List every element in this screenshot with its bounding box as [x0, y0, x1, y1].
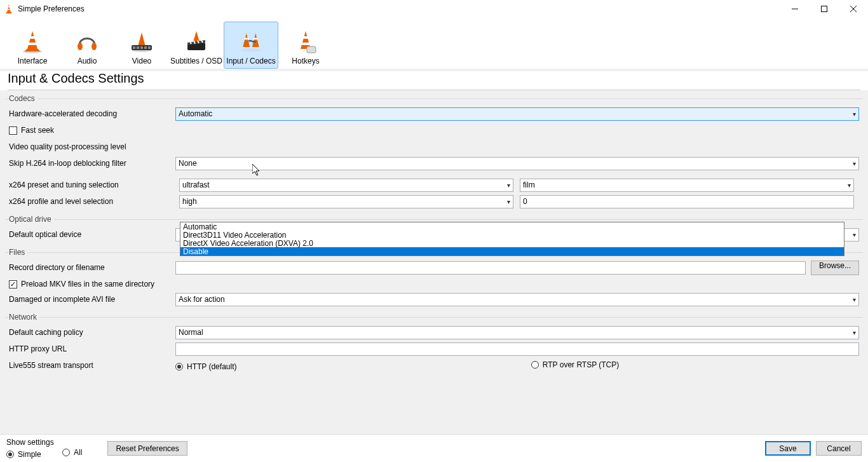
radio-dot-icon: [62, 449, 70, 456]
video-film-icon: [129, 29, 154, 54]
minimize-button[interactable]: [780, 0, 810, 18]
tab-interface[interactable]: Interface: [5, 22, 60, 69]
vlc-cone-icon: [4, 4, 14, 14]
dropdown-hw-decoding[interactable]: Automatic Direct3D11 Video Acceleration …: [180, 222, 844, 256]
option-dxva2[interactable]: DirectX Video Acceleration (DXVA) 2.0: [180, 239, 844, 247]
tab-bar: Interface Audio Video: [0, 18, 868, 69]
select-caching[interactable]: Normal: [175, 326, 859, 339]
radio-live555-rtp[interactable]: RTP over RTSP (TCP): [531, 360, 619, 369]
browse-button[interactable]: Browse...: [811, 261, 859, 275]
svg-point-14: [92, 43, 97, 50]
svg-marker-3: [6, 12, 12, 13]
save-button[interactable]: Save: [765, 441, 811, 456]
hotkeys-cone-key-icon: [293, 29, 318, 54]
svg-point-30: [241, 48, 262, 51]
label-hw-decoding: Hardware-accelerated decoding: [9, 109, 173, 118]
label-caching: Default caching policy: [9, 328, 173, 337]
svg-marker-9: [27, 31, 37, 49]
radio-dot-icon: [6, 451, 14, 458]
select-hw-decoding[interactable]: Automatic: [175, 107, 859, 121]
checkbox-box-icon: [9, 126, 17, 135]
select-x264-tuning[interactable]: film: [520, 179, 854, 192]
label-live555: Live555 stream transport: [9, 361, 173, 370]
svg-rect-1: [8, 6, 10, 8]
svg-rect-22: [148, 46, 151, 49]
svg-rect-2: [8, 9, 11, 10]
group-network-legend: Network: [9, 313, 39, 322]
radio-dot-icon: [175, 363, 183, 370]
tab-subtitles[interactable]: Subtitles / OSD: [169, 22, 224, 69]
window-title: Simple Preferences: [18, 4, 85, 13]
svg-marker-33: [252, 33, 259, 47]
label-default-optical: Default optical device: [9, 230, 173, 239]
svg-marker-12: [25, 49, 40, 51]
input-x264-level[interactable]: 0: [520, 195, 854, 208]
svg-rect-37: [302, 43, 310, 45]
svg-rect-21: [144, 46, 147, 49]
group-codecs-legend: Codecs: [9, 94, 37, 103]
radio-dot-icon: [531, 361, 539, 369]
footer: Show settings Simple All Reset Preferenc…: [0, 434, 868, 462]
checkbox-fast-seek[interactable]: Fast seek: [9, 126, 173, 135]
radio-all[interactable]: All: [62, 448, 82, 457]
svg-point-13: [78, 43, 83, 50]
select-skip-h264[interactable]: None: [175, 157, 859, 170]
select-damaged-avi[interactable]: Ask for action: [175, 293, 859, 306]
svg-rect-18: [133, 46, 135, 49]
label-damaged-avi: Damaged or incomplete AVI file: [9, 295, 173, 304]
svg-marker-0: [7, 4, 11, 12]
svg-marker-16: [138, 32, 146, 46]
radio-simple[interactable]: Simple: [6, 450, 41, 459]
svg-rect-38: [307, 46, 316, 53]
subtitles-clapboard-icon: [184, 29, 209, 54]
select-x264-preset[interactable]: ultrafast: [179, 179, 513, 192]
svg-rect-34: [254, 38, 258, 40]
tab-hotkeys[interactable]: Hotkeys: [278, 22, 333, 69]
reset-preferences-button[interactable]: Reset Preferences: [107, 441, 187, 456]
tab-video[interactable]: Video: [114, 22, 169, 69]
page-title: Input & Codecs Settings: [8, 71, 860, 86]
svg-rect-20: [140, 46, 143, 49]
svg-rect-19: [137, 46, 139, 49]
group-codecs: Codecs Hardware-accelerated decoding Aut…: [5, 94, 863, 211]
input-codecs-cones-icon: [238, 29, 264, 54]
close-button[interactable]: [839, 0, 868, 18]
option-automatic[interactable]: Automatic: [180, 222, 844, 231]
option-d3d11[interactable]: Direct3D11 Video Acceleration: [180, 231, 844, 239]
group-optical-legend: Optical drive: [9, 215, 54, 224]
tab-audio[interactable]: Audio: [60, 22, 114, 69]
checkbox-preload-mkv[interactable]: ✓ Preload MKV files in the same director…: [9, 280, 859, 289]
group-network: Network Default caching policy Normal HT…: [5, 313, 863, 375]
title-bar: Simple Preferences: [0, 0, 868, 18]
label-x264-preset: x264 preset and tuning selection: [9, 180, 173, 189]
radio-live555-http[interactable]: HTTP (default): [175, 362, 236, 371]
group-files-legend: Files: [9, 248, 27, 257]
label-record-dir: Record directory or filename: [9, 263, 173, 272]
label-video-quality: Video quality post-processing level: [9, 142, 173, 151]
checkbox-box-checked-icon: ✓: [9, 280, 17, 289]
audio-headphones-icon: [74, 29, 100, 54]
interface-cone-icon: [20, 29, 45, 54]
input-proxy-url[interactable]: [175, 343, 859, 356]
input-record-dir[interactable]: [175, 261, 806, 275]
svg-rect-10: [29, 36, 36, 39]
group-files: Files Record directory or filename Brows…: [5, 248, 863, 309]
select-x264-profile[interactable]: high: [179, 195, 513, 208]
separator: [8, 90, 860, 90]
label-x264-profile: x264 profile and level selection: [9, 197, 173, 206]
label-skip-h264: Skip H.264 in-loop deblocking filter: [9, 159, 173, 168]
svg-rect-32: [244, 38, 248, 40]
maximize-button[interactable]: [810, 0, 839, 18]
cancel-button[interactable]: Cancel: [816, 441, 862, 456]
svg-rect-5: [822, 6, 827, 12]
svg-marker-31: [243, 33, 250, 47]
option-disable[interactable]: Disable: [180, 247, 844, 255]
label-proxy: HTTP proxy URL: [9, 344, 173, 353]
label-show-settings: Show settings: [6, 438, 101, 447]
svg-rect-11: [29, 43, 37, 45]
tab-input-codecs[interactable]: Input / Codecs: [224, 22, 278, 69]
svg-rect-36: [302, 36, 309, 39]
